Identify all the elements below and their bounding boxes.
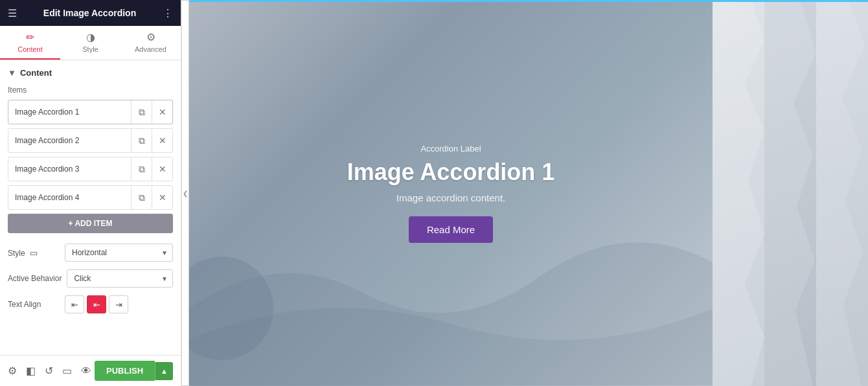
accordion-item-label-3[interactable]: Image Accordion 3 [8,159,131,179]
accordion-content: Accordion Label Image Accordion 1 Image … [347,144,555,243]
accordion-active-panel: Accordion Label Image Accordion 1 Image … [189,0,713,386]
active-behavior-label: Active Behavior [8,274,62,283]
align-left-button[interactable]: ⇤ [65,295,84,313]
copy-item-1-button[interactable]: ⧉ [131,100,152,124]
text-align-buttons: ⇤ ⇤ ⇥ [65,295,128,313]
align-center-button[interactable]: ⇤ [87,295,106,313]
items-label: Items [8,85,173,95]
copy-item-4-button[interactable]: ⧉ [131,186,152,209]
bottom-icons-group: ⚙ ◧ ↺ ▭ 👁 [8,365,91,377]
delete-item-2-button[interactable]: ✕ [152,129,172,152]
tab-content[interactable]: ✏ Content [0,26,60,60]
preview-area: Accordion Label Image Accordion 1 Image … [189,0,868,386]
advanced-tab-label: Advanced [135,45,166,53]
style-icon: ▭ [30,248,38,258]
add-item-button[interactable]: + ADD ITEM [8,214,173,233]
layers-icon[interactable]: ◧ [26,365,36,377]
panel-title: Edit Image Accordion [43,8,136,18]
content-section-header: ▼ Content [8,68,173,78]
top-bar: ☰ Edit Image Accordion ⋮ [0,0,181,26]
tab-style[interactable]: ◑ Style [60,26,120,60]
responsive-icon[interactable]: ▭ [62,365,72,377]
preview-icon[interactable]: 👁 [81,365,91,377]
jagged-deco-1 [713,0,764,386]
bottom-toolbar: ⚙ ◧ ↺ ▭ 👁 PUBLISH ▲ [0,355,181,386]
publish-dropdown-button[interactable]: ▲ [155,362,173,380]
style-select-wrapper: Horizontal Vertical ▼ [65,244,173,262]
accordion-item-row-2[interactable]: Image Accordion 2 ⧉ ✕ [8,128,173,153]
panel-content: ▼ Content Items Image Accordion 1 ⧉ ✕ Im… [0,60,181,355]
copy-item-2-button[interactable]: ⧉ [131,129,152,152]
delete-item-3-button[interactable]: ✕ [152,157,172,181]
accordion-panel-title: Image Accordion 1 [347,159,555,186]
content-tab-label: Content [17,45,43,53]
accordion-item-label-1[interactable]: Image Accordion 1 [8,102,131,122]
advanced-tab-icon: ⚙ [146,31,155,43]
accordion-panel-label: Accordion Label [347,144,555,153]
menu-icon[interactable]: ☰ [8,7,17,19]
publish-button[interactable]: PUBLISH [95,361,155,381]
jagged-deco-3 [816,0,868,386]
active-behavior-select-wrapper: Click Hover ▼ [67,269,173,288]
accordion-item-row-3[interactable]: Image Accordion 3 ⧉ ✕ [8,157,173,181]
history-icon[interactable]: ↺ [45,365,53,377]
panel-collapse-handle[interactable]: ❮ [181,0,189,386]
style-form-row: Style ▭ Horizontal Vertical ▼ [8,244,173,262]
accordion-item-label-2[interactable]: Image Accordion 2 [8,131,131,150]
delete-item-1-button[interactable]: ✕ [152,100,172,124]
accordion-inactive-panel-3[interactable] [816,0,868,386]
grid-icon[interactable]: ⋮ [163,7,173,19]
accordion-preview: Accordion Label Image Accordion 1 Image … [189,0,868,386]
active-behavior-form-row: Active Behavior Click Hover ▼ [8,269,173,288]
section-collapse-arrow[interactable]: ▼ [8,68,16,78]
copy-item-3-button[interactable]: ⧉ [131,157,152,181]
text-align-form-row: Text Align ⇤ ⇤ ⇥ [8,295,173,313]
active-behavior-select[interactable]: Click Hover [67,269,173,288]
accordion-inactive-panel-1[interactable] [713,0,764,386]
tabs-bar: ✏ Content ◑ Style ⚙ Advanced [0,26,181,60]
text-align-label: Text Align [8,300,60,309]
settings-icon[interactable]: ⚙ [8,365,17,377]
accordion-item-label-4[interactable]: Image Accordion 4 [8,188,131,207]
style-select[interactable]: Horizontal Vertical [65,244,173,262]
align-right-button[interactable]: ⇥ [109,295,128,313]
tab-advanced[interactable]: ⚙ Advanced [120,26,181,60]
accordion-item-row-1[interactable]: Image Accordion 1 ⧉ ✕ [8,100,173,124]
preview-border-top [189,0,868,2]
style-label: Style ▭ [8,248,60,258]
accordion-panel-description: Image accordion content. [347,192,555,203]
style-tab-label: Style [82,45,98,53]
jagged-deco-2 [764,0,816,386]
read-more-button[interactable]: Read More [409,216,493,243]
accordion-inactive-panel-2[interactable] [764,0,816,386]
left-panel: ☰ Edit Image Accordion ⋮ ✏ Content ◑ Sty… [0,0,181,386]
section-title: Content [20,68,52,78]
delete-item-4-button[interactable]: ✕ [152,186,172,209]
accordion-item-row-4[interactable]: Image Accordion 4 ⧉ ✕ [8,185,173,210]
publish-group: PUBLISH ▲ [95,361,173,381]
content-tab-icon: ✏ [26,31,34,43]
style-tab-icon: ◑ [86,31,95,43]
